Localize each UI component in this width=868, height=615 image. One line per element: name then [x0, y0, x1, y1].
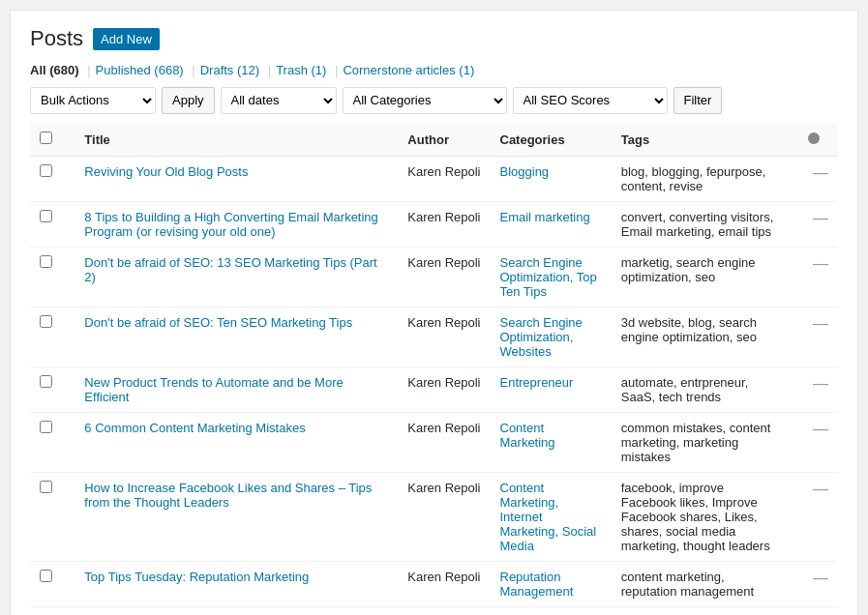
post-category-link[interactable]: Search Engine Optimization, Websites — [500, 315, 583, 359]
col-header-seo — [789, 124, 838, 157]
dates-select[interactable]: All dates — [221, 87, 337, 114]
row-checkbox-cell[interactable] — [30, 307, 75, 366]
post-categories-cell: Content Marketing — [491, 412, 612, 472]
table-header-row: Title Author Categories Tags — [30, 124, 838, 157]
filter-published: Published (668) | — [96, 63, 200, 77]
post-title-cell: Reviving Your Old Blog Posts — [75, 156, 398, 201]
post-category-link[interactable]: Blogging — [500, 164, 550, 179]
table-row: Don't be afraid of SEO: Ten SEO Marketin… — [30, 307, 838, 366]
post-categories-cell: Search Engine Optimization, Top Ten Tips — [491, 247, 612, 307]
post-tags-cell: facebook, improve Facebook likes, Improv… — [612, 472, 790, 561]
post-author-cell: Karen Repoli — [398, 201, 490, 247]
filter-trash-link[interactable]: Trash (1) — [276, 63, 326, 77]
table-row: 8 Tips to Building a High Converting Ema… — [30, 201, 838, 247]
filter-trash: Trash (1) | — [276, 63, 343, 77]
post-categories-cell: Reputation Management — [491, 561, 612, 606]
filter-button[interactable]: Filter — [673, 87, 723, 114]
post-title-cell: Don't be afraid of SEO: Ten SEO Marketin… — [75, 307, 398, 366]
seo-scores-select[interactable]: All SEO Scores — [513, 87, 668, 114]
post-author-cell: Karen Repoli — [398, 156, 490, 201]
post-category-link[interactable]: Entrepreneur — [500, 375, 574, 390]
filter-cornerstone: Cornerstone articles (1) — [343, 63, 474, 77]
post-tags-cell: common mistakes, content marketing, mark… — [612, 412, 790, 472]
row-checkbox-cell[interactable] — [30, 366, 75, 412]
row-checkbox-cell[interactable] — [30, 201, 75, 247]
post-seo-cell: — — [789, 247, 838, 307]
row-checkbox-cell[interactable] — [30, 561, 75, 606]
post-tags: 3d website, blog, search engine optimiza… — [621, 315, 757, 344]
post-seo-cell: — — [789, 201, 838, 247]
row-checkbox-cell[interactable] — [30, 412, 75, 472]
filter-cornerstone-link[interactable]: Cornerstone articles (1) — [343, 63, 474, 77]
filter-published-link[interactable]: Published (668) — [96, 63, 184, 77]
filter-all-link[interactable]: All (680) — [30, 63, 79, 77]
row-checkbox[interactable] — [40, 375, 52, 388]
col-header-categories: Categories — [491, 124, 612, 157]
post-title-link[interactable]: Don't be afraid of SEO: Ten SEO Marketin… — [84, 315, 352, 330]
post-title-link[interactable]: 6 Common Content Marketing Mistakes — [84, 421, 305, 435]
posts-table: Title Author Categories Tags Reviving Yo… — [30, 124, 838, 607]
post-seo-cell: — — [789, 156, 838, 201]
add-new-button[interactable]: Add New — [93, 28, 160, 50]
post-author-cell: Karen Repoli — [398, 472, 490, 561]
seo-dash: — — [813, 255, 828, 272]
post-title-link[interactable]: Don't be afraid of SEO: 13 SEO Marketing… — [84, 255, 376, 284]
table-row: Don't be afraid of SEO: 13 SEO Marketing… — [30, 247, 838, 307]
post-category-link[interactable]: Reputation Management — [500, 570, 574, 599]
post-tags: automate, entrpreneur, SaaS, tech trends — [621, 375, 749, 404]
post-title-cell: Don't be afraid of SEO: 13 SEO Marketing… — [75, 247, 398, 307]
row-checkbox[interactable] — [40, 210, 52, 222]
post-author: Karen Repoli — [407, 421, 480, 435]
post-category-link[interactable]: Content Marketing, Internet Marketing, S… — [500, 481, 597, 553]
table-row: New Product Trends to Automate and be Mo… — [30, 366, 838, 412]
post-author: Karen Repoli — [407, 570, 480, 584]
categories-select[interactable]: All Categories — [343, 87, 507, 114]
apply-button[interactable]: Apply — [162, 87, 215, 114]
post-category-link[interactable]: Search Engine Optimization, Top Ten Tips — [500, 255, 597, 299]
post-category-link[interactable]: Content Marketing — [500, 421, 555, 450]
table-row: Top Tips Tuesday: Reputation Marketing K… — [30, 561, 838, 606]
post-tags: facebook, improve Facebook likes, Improv… — [621, 481, 770, 553]
bulk-actions-select[interactable]: Bulk Actions — [30, 87, 156, 114]
post-categories-cell: Email marketing — [491, 201, 612, 247]
post-author: Karen Repoli — [407, 255, 480, 270]
row-checkbox[interactable] — [40, 421, 52, 433]
post-title-link[interactable]: Top Tips Tuesday: Reputation Marketing — [84, 570, 309, 584]
post-title-link[interactable]: New Product Trends to Automate and be Mo… — [84, 375, 343, 404]
row-checkbox[interactable] — [40, 570, 52, 582]
post-seo-cell: — — [789, 412, 838, 472]
post-title-cell: New Product Trends to Automate and be Mo… — [75, 366, 398, 412]
post-author: Karen Repoli — [407, 481, 480, 495]
post-tags: convert, converting visitors, Email mark… — [621, 210, 774, 239]
select-all-checkbox-header[interactable] — [30, 124, 75, 157]
post-author-cell: Karen Repoli — [398, 366, 490, 412]
seo-dash: — — [813, 481, 828, 497]
post-category-link[interactable]: Email marketing — [500, 210, 590, 224]
select-all-checkbox[interactable] — [40, 132, 52, 144]
post-seo-cell: — — [789, 561, 838, 606]
row-checkbox-cell[interactable] — [30, 156, 75, 201]
post-title-link[interactable]: How to Increase Facebook Likes and Share… — [84, 481, 372, 510]
post-tags: marketig, search engine optimization, se… — [621, 255, 756, 284]
filter-drafts-link[interactable]: Drafts (12) — [200, 63, 259, 77]
post-title-link[interactable]: 8 Tips to Building a High Converting Ema… — [84, 210, 377, 239]
row-checkbox[interactable] — [40, 164, 52, 177]
row-checkbox-cell[interactable] — [30, 472, 75, 561]
seo-dash: — — [813, 315, 828, 332]
post-tags-cell: content marketing, reputation management — [612, 561, 790, 606]
post-tags-cell: convert, converting visitors, Email mark… — [612, 201, 790, 247]
row-checkbox[interactable] — [40, 481, 52, 493]
seo-dash: — — [813, 421, 828, 437]
post-author-cell: Karen Repoli — [398, 247, 490, 307]
row-checkbox[interactable] — [40, 255, 52, 268]
post-title-link[interactable]: Reviving Your Old Blog Posts — [84, 164, 248, 179]
post-seo-cell: — — [789, 472, 838, 561]
row-checkbox[interactable] — [40, 315, 52, 328]
post-categories-cell: Content Marketing, Internet Marketing, S… — [491, 472, 612, 561]
post-seo-cell: — — [789, 307, 838, 366]
seo-dash: — — [813, 164, 828, 181]
row-checkbox-cell[interactable] — [30, 247, 75, 307]
table-row: 6 Common Content Marketing Mistakes Kare… — [30, 412, 838, 472]
page-header: Posts Add New — [30, 25, 838, 53]
post-categories-cell: Blogging — [491, 156, 612, 201]
